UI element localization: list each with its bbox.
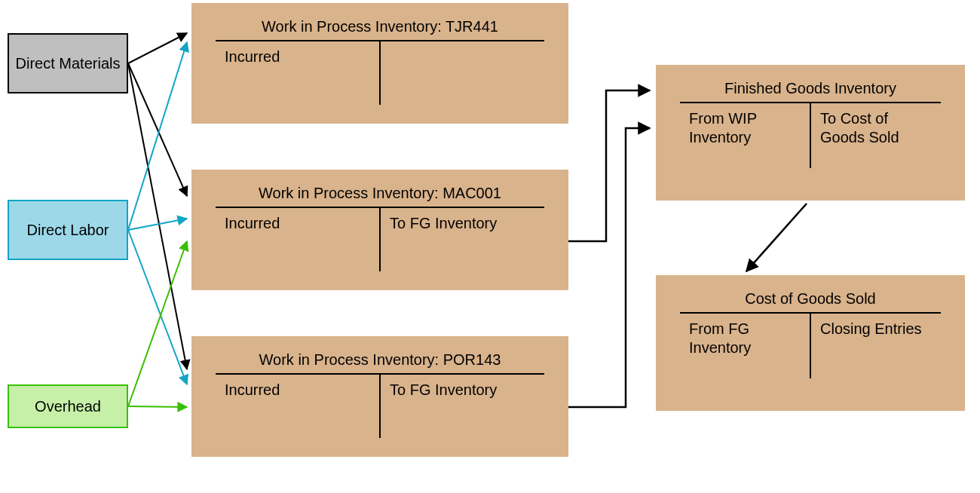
cogs-debit: From FG Inventory	[680, 314, 811, 378]
t-account-rule: From FG Inventory Closing Entries	[680, 312, 941, 378]
arrow-dm-to-wip1	[128, 33, 187, 63]
arrow-por143-to-fg	[568, 128, 650, 407]
arrow-dm-to-wip2	[128, 63, 187, 196]
overhead-label: Overhead	[35, 397, 101, 415]
finished-goods-debit: From WIP Inventory	[680, 103, 811, 168]
t-account-rule: Incurred To FG Inventory	[216, 373, 544, 438]
wip-por143-debit: Incurred	[216, 375, 381, 438]
finished-goods-title: Finished Goods Inventory	[657, 74, 963, 102]
arrow-dm-to-wip3	[128, 63, 187, 369]
arrow-mac001-to-fg	[568, 90, 650, 241]
direct-materials-box: Direct Materials	[8, 33, 128, 93]
direct-labor-label: Direct Labor	[27, 221, 109, 239]
wip-tjr441-account: Work in Process Inventory: TJR441 Incurr…	[191, 3, 568, 124]
wip-tjr441-debit: Incurred	[216, 41, 381, 105]
finished-goods-account: Finished Goods Inventory From WIP Invent…	[656, 65, 965, 201]
wip-por143-credit: To FG Inventory	[381, 375, 544, 438]
finished-goods-credit: To Cost of Goods Sold	[811, 103, 941, 168]
wip-tjr441-credit	[381, 41, 544, 105]
arrow-dl-to-wip2	[128, 219, 187, 230]
wip-mac001-credit: To FG Inventory	[381, 208, 544, 271]
direct-materials-label: Direct Materials	[16, 54, 121, 72]
arrow-dl-to-wip1	[128, 42, 187, 230]
wip-mac001-account: Work in Process Inventory: MAC001 Incurr…	[191, 170, 568, 290]
t-account-rule: Incurred To FG Inventory	[216, 207, 544, 271]
wip-por143-title: Work in Process Inventory: POR143	[193, 345, 567, 373]
t-account-rule: From WIP Inventory To Cost of Goods Sold	[680, 102, 941, 168]
overhead-box: Overhead	[8, 384, 128, 428]
wip-tjr441-title: Work in Process Inventory: TJR441	[193, 12, 567, 40]
wip-por143-account: Work in Process Inventory: POR143 Incurr…	[191, 336, 568, 457]
cogs-account: Cost of Goods Sold From FG Inventory Clo…	[656, 275, 965, 411]
arrow-fg-to-cogs	[746, 204, 807, 271]
t-account-rule: Incurred	[216, 40, 544, 105]
cogs-title: Cost of Goods Sold	[657, 284, 963, 312]
wip-mac001-debit: Incurred	[216, 208, 381, 271]
cogs-credit: Closing Entries	[811, 314, 941, 378]
arrow-oh-to-wip2	[128, 241, 187, 406]
arrow-oh-to-wip3	[128, 406, 187, 407]
direct-labor-box: Direct Labor	[8, 200, 128, 260]
arrow-dl-to-wip3	[128, 230, 187, 384]
wip-mac001-title: Work in Process Inventory: MAC001	[193, 179, 567, 207]
